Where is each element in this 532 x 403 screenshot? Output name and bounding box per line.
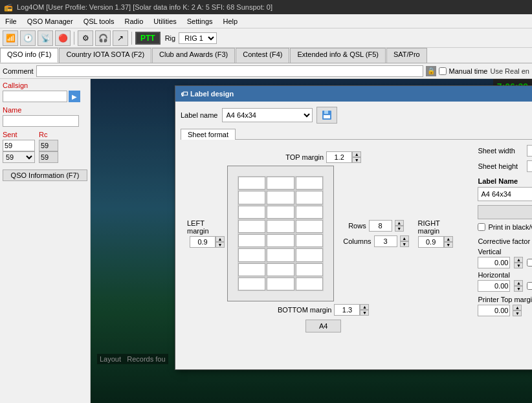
manual-time-checkbox[interactable]: [439, 67, 447, 75]
tab-country-iota[interactable]: Country IOTA SOTA (F2): [59, 48, 151, 63]
modal-body: Label name A4 64x34: [175, 102, 532, 344]
top-margin-down-btn[interactable]: ▼: [352, 157, 361, 163]
printer-margin-down-btn[interactable]: ▼: [513, 310, 522, 316]
vertical-prop-row: Proportional: [527, 259, 532, 267]
sheet-height-input[interactable]: [527, 160, 532, 172]
tab-contest[interactable]: Contest (F4): [236, 48, 289, 63]
menu-qsl-tools[interactable]: QSL tools: [78, 16, 120, 27]
columns-up-btn[interactable]: ▲: [400, 235, 409, 241]
printer-top-margin-input[interactable]: [478, 305, 510, 316]
horizontal-down-btn[interactable]: ▼: [514, 286, 523, 292]
name-group: Name: [3, 106, 87, 127]
a4-button[interactable]: A4: [305, 320, 341, 332]
columns-label: Columns: [343, 237, 371, 245]
vertical-up-btn[interactable]: ▲: [514, 257, 523, 263]
rows-up-btn[interactable]: ▲: [395, 220, 404, 226]
vertical-down-btn[interactable]: ▼: [514, 263, 523, 268]
sheet-layout: TOP margin ▲ ▼: [181, 145, 532, 339]
columns-down-btn[interactable]: ▼: [400, 241, 409, 247]
menu-utilities[interactable]: Utilities: [148, 16, 181, 27]
callsign-label: Callsign: [3, 82, 87, 89]
toolbar-clock-btn[interactable]: 🕐: [20, 30, 36, 46]
callsign-input[interactable]: [3, 91, 67, 102]
comment-input[interactable]: [36, 65, 423, 77]
top-margin-input[interactable]: [326, 151, 352, 163]
save-button[interactable]: [316, 107, 337, 124]
horizontal-sub-label: Horizontal: [478, 271, 532, 279]
printer-margin-row: ▲ ▼: [478, 305, 532, 316]
tab-sat-pro[interactable]: SAT/Pro: [386, 48, 427, 63]
toolbar-antenna-btn[interactable]: 📡: [38, 30, 53, 46]
bottom-margin-up-btn[interactable]: ▲: [360, 304, 369, 310]
ptt-button[interactable]: PTT: [135, 32, 161, 45]
label-cell-17: [267, 248, 294, 261]
rcvd-input[interactable]: [39, 140, 58, 151]
label-cell-10: [238, 220, 265, 233]
corrective-factor-section: Corrective factor Vertical ▲ ▼: [478, 237, 532, 316]
modal-title-text: Label design: [190, 90, 234, 98]
menu-radio[interactable]: Radio: [120, 16, 149, 27]
toolbar-arrow-btn[interactable]: ↗: [113, 30, 128, 46]
label-name-select[interactable]: A4 64x34: [222, 108, 313, 122]
top-margin-up-btn[interactable]: ▲: [352, 151, 361, 157]
label-name-field[interactable]: [478, 187, 532, 201]
mid-row: LEFT margin ▲ ▼: [187, 166, 460, 301]
svg-rect-1: [324, 111, 328, 114]
rows-down-btn[interactable]: ▼: [395, 226, 404, 232]
name-input[interactable]: [3, 115, 79, 127]
sent-select[interactable]: 59: [3, 151, 35, 163]
label-cell-14: [267, 234, 294, 247]
printer-margin-up-btn[interactable]: ▲: [513, 305, 522, 310]
label-cell-11: [267, 220, 294, 233]
rig-select[interactable]: RIG 1: [179, 32, 217, 44]
qso-info-button[interactable]: QSO Information (F7): [3, 169, 87, 181]
toolbar-wifi-btn[interactable]: 📶: [3, 30, 18, 46]
menu-qso-manager[interactable]: QSO Manager: [22, 16, 78, 27]
test-button[interactable]: Test: [478, 205, 532, 219]
callsign-group: Callsign ▶: [3, 82, 87, 102]
sheet-format-tab[interactable]: Sheet format: [181, 129, 236, 140]
label-cell-24: [296, 278, 323, 290]
top-margin-spinner: ▲ ▼: [326, 151, 361, 163]
toolbar: 📶 🕐 📡 🔴 ⚙ 🎧 ↗ PTT Rig RIG 1: [0, 28, 532, 48]
rcvd-input2[interactable]: [39, 151, 58, 163]
toolbar-headset-btn[interactable]: 🎧: [95, 30, 111, 46]
left-margin-up-btn[interactable]: ▲: [216, 236, 225, 242]
vertical-proportional-checkbox[interactable]: [527, 259, 532, 267]
callsign-lookup-btn[interactable]: ▶: [69, 91, 80, 102]
toolbar-config-btn[interactable]: ⚙: [78, 30, 93, 46]
lock-icon: 🔒: [426, 66, 436, 76]
left-margin-down-btn[interactable]: ▼: [216, 242, 225, 248]
app-title: Log4OM [User Profile: Version 1.37] [Sol…: [17, 3, 272, 11]
columns-input[interactable]: [374, 235, 397, 247]
top-margin-spinner-btns: ▲ ▼: [352, 151, 361, 163]
modal-titlebar: 🏷 Label design — □ ✕: [175, 86, 532, 102]
tab-qso-info[interactable]: QSO info (F1): [0, 48, 58, 63]
right-margin-down-btn[interactable]: ▼: [444, 242, 453, 248]
label-cell-2: [267, 177, 294, 190]
tab-extended-qsl[interactable]: Extended info & QSL (F5): [290, 48, 386, 63]
print-bw-checkbox[interactable]: [478, 223, 485, 231]
toolbar-red-btn[interactable]: 🔴: [55, 30, 71, 46]
horizontal-corrective-input[interactable]: [478, 280, 510, 292]
modal-icon: 🏷: [181, 90, 188, 98]
tab-club-awards[interactable]: Club and Awards (F3): [152, 48, 235, 63]
label-cell-6: [296, 191, 323, 204]
rows-input[interactable]: [369, 220, 392, 232]
menu-settings[interactable]: Settings: [182, 16, 218, 27]
horizontal-up-btn[interactable]: ▲: [514, 280, 523, 286]
sheet-width-input[interactable]: [527, 145, 532, 157]
right-margin-input[interactable]: [418, 236, 444, 248]
sent-input[interactable]: [3, 140, 35, 151]
bottom-margin-down-btn[interactable]: ▼: [360, 310, 369, 316]
rcvd-label: Rc: [39, 131, 58, 138]
vertical-corrective-input[interactable]: [478, 257, 510, 268]
left-margin-input[interactable]: [190, 236, 216, 248]
menu-file[interactable]: File: [0, 16, 22, 27]
left-margin-label: LEFT margin: [187, 219, 225, 235]
bottom-margin-input[interactable]: [334, 304, 360, 316]
horizontal-proportional-checkbox[interactable]: [527, 282, 532, 290]
menu-help[interactable]: Help: [218, 16, 243, 27]
right-margin-up-btn[interactable]: ▲: [444, 236, 453, 242]
label-name-text: Label name: [181, 111, 218, 119]
